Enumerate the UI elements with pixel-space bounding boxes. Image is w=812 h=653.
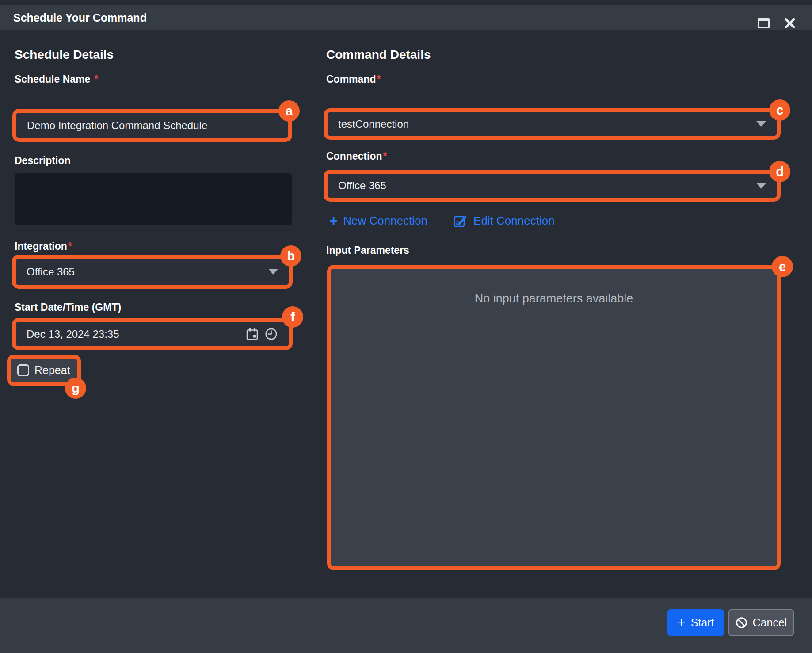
annotation-badge-b: b [280, 245, 301, 267]
close-icon [783, 16, 797, 30]
start-button[interactable]: + Start [667, 609, 724, 636]
required-asterisk: * [68, 241, 72, 252]
annotation-outline-b: Office 365 [12, 255, 293, 289]
start-datetime-input[interactable]: Dec 13, 2024 23:35 [16, 322, 289, 346]
chevron-down-icon [756, 183, 766, 189]
maximize-button[interactable] [755, 15, 771, 31]
repeat-checkbox[interactable] [17, 364, 29, 376]
annotation-badge-f: f [282, 306, 303, 328]
repeat-checkbox-group[interactable]: Repeat [11, 359, 77, 382]
integration-label: Integration* [15, 241, 72, 252]
command-label: Command* [326, 73, 381, 85]
required-asterisk: * [377, 73, 381, 85]
annotation-badge-g: g [65, 378, 86, 399]
maximize-icon [758, 18, 770, 28]
edit-connection-icon: a [453, 213, 468, 228]
command-select[interactable]: testConnection [328, 112, 777, 136]
plus-icon: + [678, 615, 686, 629]
chevron-down-icon [268, 269, 278, 275]
no-input-parameters-message: No input parameters available [331, 292, 777, 305]
edit-connection-link[interactable]: a Edit Connection [453, 213, 555, 228]
annotation-badge-a: a [278, 100, 300, 122]
calendar-icon[interactable] [245, 327, 259, 341]
description-textarea[interactable] [15, 173, 292, 225]
required-asterisk: * [383, 150, 387, 162]
annotation-badge-d: d [769, 161, 790, 182]
new-connection-link[interactable]: + New Connection [329, 214, 427, 228]
input-parameters-panel: No input parameters available [331, 269, 777, 566]
schedule-name-input[interactable]: Demo Integration Command Schedule [16, 113, 288, 138]
cancel-button[interactable]: Cancel [728, 609, 794, 636]
input-parameters-label: Input Parameters [326, 244, 409, 256]
plus-icon: + [329, 214, 338, 228]
connection-label: Connection* [326, 150, 387, 162]
chevron-down-icon [756, 121, 766, 127]
connection-select[interactable]: Office 365 [328, 174, 777, 198]
close-button[interactable] [782, 15, 798, 31]
annotation-outline-a: Demo Integration Command Schedule [12, 109, 292, 142]
clock-icon[interactable] [264, 327, 278, 341]
dialog-titlebar: Schedule Your Command [0, 5, 812, 30]
schedule-name-label: Schedule Name* [15, 73, 98, 85]
integration-select[interactable]: Office 365 [16, 259, 289, 285]
command-details-heading: Command Details [326, 48, 431, 62]
schedule-command-dialog: Schedule Your Command Schedule Details S… [0, 0, 812, 653]
annotation-outline-e: No input parameters available [327, 265, 781, 570]
annotation-outline-f: Dec 13, 2024 23:35 [12, 318, 293, 350]
dialog-title: Schedule Your Command [13, 5, 147, 30]
schedule-details-heading: Schedule Details [15, 48, 114, 62]
ban-icon [736, 617, 747, 629]
annotation-outline-c: testConnection [324, 108, 781, 140]
annotation-outline-d: Office 365 [324, 170, 781, 202]
annotation-badge-c: c [769, 99, 790, 121]
start-datetime-label: Start Date/Time (GMT) [15, 302, 121, 313]
required-asterisk: * [94, 73, 98, 85]
repeat-label: Repeat [34, 364, 70, 377]
description-label: Description [15, 155, 71, 167]
column-divider [309, 38, 309, 587]
annotation-badge-e: e [772, 256, 793, 277]
